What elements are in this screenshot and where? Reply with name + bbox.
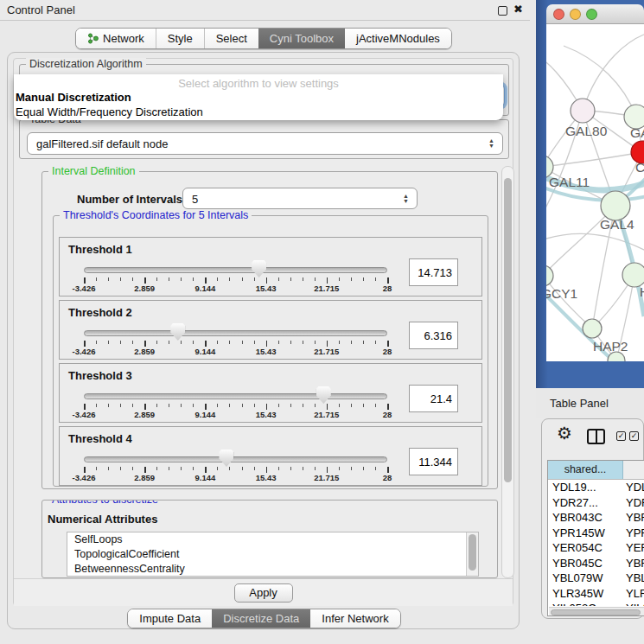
network-node-hap2[interactable] (583, 319, 602, 338)
table-cell: YBR0 (623, 556, 644, 571)
list-item[interactable]: TopologicalCoefficient (67, 547, 478, 562)
popup-option-manual-discretization[interactable]: Manual Discretization (14, 90, 503, 105)
tick-mark (120, 467, 121, 470)
table-row[interactable]: YPR145WYPR1 (548, 526, 644, 541)
numerical-attributes-list[interactable]: SelfLoopsTopologicalCoefficientBetweenne… (67, 532, 479, 577)
threshold-slider-track[interactable] (84, 393, 387, 399)
node-table: shared...na YDL19...YDL1YDR27...YDR2YBR0… (547, 460, 644, 616)
tick-mark (181, 467, 182, 470)
table-row[interactable]: YBL079WYBL0 (548, 571, 644, 586)
threshold-slider-track[interactable] (84, 330, 387, 336)
threshold-slider-track[interactable] (84, 267, 387, 273)
table-rows: YDL19...YDL1YDR27...YDR2YBR043CYBR0YPR14… (548, 480, 644, 606)
number-of-intervals-combobox[interactable]: 5 (182, 188, 418, 209)
split-panel-icon[interactable] (587, 429, 605, 444)
tick-mark (156, 467, 157, 470)
table-row[interactable]: YER054CYER0 (548, 540, 644, 556)
group-title-attributes: Attributes to discretize (48, 500, 162, 506)
scrollbar-thumb[interactable] (551, 609, 641, 615)
tick-mark (108, 467, 109, 470)
table-row[interactable]: YDR27...YDR2 (548, 495, 644, 511)
tick-mark (339, 467, 340, 470)
checkbox-icon[interactable]: ✓ (616, 431, 626, 441)
list-item[interactable]: BetweennessCentrality (67, 562, 478, 577)
tick-mark (266, 467, 268, 473)
tick-mark (290, 404, 291, 407)
list-item[interactable]: SelfLoops (67, 532, 478, 547)
threshold-value-field[interactable]: 14.713 (409, 258, 458, 286)
table-row[interactable]: YIL052CYIL0 (548, 601, 644, 606)
tab-cyni-toolbox[interactable]: Cyni Toolbox (258, 29, 345, 48)
group-title-interval-definition: Interval Definition (48, 166, 139, 177)
close-icon[interactable]: ✖ (513, 3, 523, 16)
threshold-slider-handle[interactable] (170, 323, 185, 341)
tick-mark (169, 404, 169, 407)
tick-mark (132, 467, 133, 470)
tab-discretize-data[interactable]: Discretize Data (212, 609, 310, 628)
network-node-gal80[interactable] (571, 99, 595, 123)
threshold-value-field[interactable]: 21.4 (409, 385, 458, 412)
tick-mark (205, 404, 207, 410)
gear-icon[interactable]: ⚙ (557, 423, 572, 443)
scrollbar-thumb[interactable] (504, 178, 512, 482)
settings-scrollbar[interactable] (501, 166, 514, 578)
tick-mark (242, 467, 243, 470)
close-traffic-light-icon[interactable] (553, 9, 564, 20)
network-node-gal4[interactable] (601, 191, 630, 220)
tick-mark (327, 404, 328, 410)
network-node-h[interactable] (622, 263, 644, 287)
table-header-cell[interactable]: shared... (548, 461, 623, 479)
threshold-value-field[interactable]: 11.344 (409, 448, 458, 475)
scrollbar-thumb[interactable] (469, 534, 476, 571)
tick-label: 9.144 (195, 473, 216, 482)
table-cell: YBR0 (623, 510, 644, 526)
network-node-gcy1[interactable] (546, 265, 553, 286)
tab-infer-network[interactable]: Infer Network (310, 609, 399, 628)
tab-label: Network (103, 32, 144, 45)
table-header-cell[interactable]: na (623, 461, 644, 479)
float-window-icon[interactable] (498, 6, 507, 16)
tick-mark (266, 341, 268, 347)
tick-mark (132, 404, 133, 407)
table-row[interactable]: YLR345WYLR3 (548, 586, 644, 602)
tick-mark (193, 341, 194, 344)
tick-label: 15.43 (256, 410, 277, 419)
popup-option-equal-width-frequency[interactable]: Equal Width/Frequency Discretization (14, 105, 503, 119)
threshold-slider-handle[interactable] (252, 260, 266, 277)
tab-style[interactable]: Style (156, 29, 204, 48)
tick-mark (120, 341, 121, 344)
table-cell: YBR043C (548, 510, 623, 526)
tick-mark (242, 341, 243, 344)
network-canvas[interactable]: GAL80GACGAL11GAL4GCY1HHAP2 (546, 24, 644, 361)
threshold-value-field[interactable]: 6.316 (409, 322, 458, 349)
tick-mark (193, 404, 194, 407)
tab-impute-data[interactable]: Impute Data (128, 609, 212, 628)
tick-mark (84, 404, 86, 410)
minimize-traffic-light-icon[interactable] (570, 9, 581, 20)
tab-select[interactable]: Select (204, 29, 258, 48)
table-row[interactable]: YBR045CYBR0 (548, 556, 644, 571)
table-row[interactable]: YDL19...YDL1 (548, 480, 644, 495)
tick-mark (254, 277, 255, 281)
threshold-slider-handle[interactable] (316, 386, 331, 404)
threshold-slider-track[interactable] (84, 456, 387, 462)
attributes-scrollbar[interactable] (466, 532, 478, 576)
tick-mark (169, 467, 169, 470)
table-hscrollbar[interactable] (549, 607, 644, 616)
bottom-tab-bar: Impute DataDiscretize DataInfer Network (8, 609, 520, 628)
tick-mark (303, 404, 303, 407)
checkbox-icon[interactable]: ✓ (629, 431, 639, 441)
numerical-attributes-label: Numerical Attributes (48, 513, 157, 526)
table-cell: YPR145W (548, 526, 623, 541)
tick-mark (205, 277, 207, 284)
threshold-slider-handle[interactable] (219, 450, 233, 467)
apply-button[interactable]: Apply (234, 583, 293, 603)
tab-jactivemnodules[interactable]: jActiveMNodules (345, 29, 451, 48)
table-data-combobox[interactable]: galFiltered.sif default node (27, 132, 503, 155)
tick-mark (339, 277, 340, 281)
zoom-traffic-light-icon[interactable] (586, 9, 597, 20)
table-row[interactable]: YBR043CYBR0 (548, 510, 644, 526)
tick-mark (217, 467, 218, 470)
tab-network[interactable]: Network (76, 29, 156, 48)
control-panel-title-bar: Control Panel ✖ (0, 0, 530, 21)
